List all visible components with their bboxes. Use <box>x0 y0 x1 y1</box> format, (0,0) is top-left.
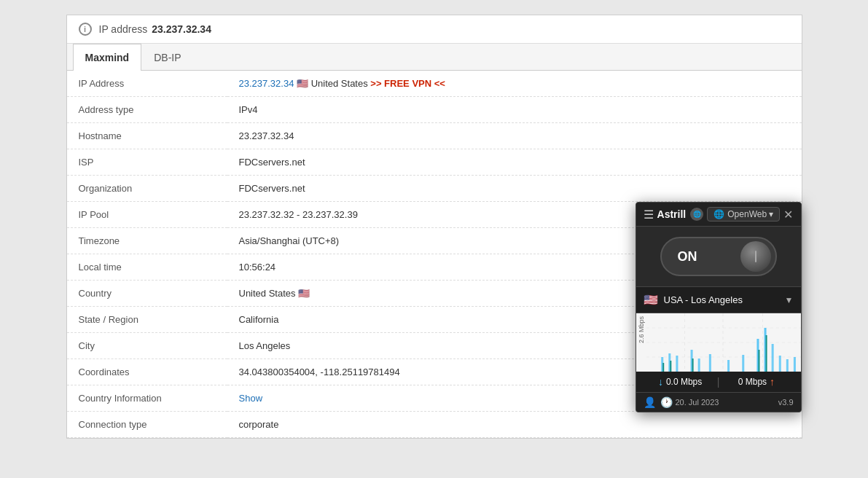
table-row: Address type IPv4 <box>67 97 802 123</box>
row-key: Country <box>67 281 227 307</box>
astrill-title: Astrill <box>657 208 687 220</box>
row-key: Hostname <box>67 123 227 149</box>
row-value: FDCservers.net <box>227 149 802 176</box>
svg-rect-12 <box>727 360 730 372</box>
header-ip: 23.237.32.34 <box>152 23 211 35</box>
row-value: corporate <box>227 412 802 438</box>
row-key: Local time <box>67 254 227 281</box>
openweb-label: OpenWeb ▾ <box>727 209 773 219</box>
footer-date: 20. Jul 2023 <box>676 398 778 407</box>
upload-speed: 0 Mbps ↑ <box>719 376 793 388</box>
table-row: Organization FDCservers.net <box>67 176 802 202</box>
close-icon[interactable]: ✕ <box>783 208 793 222</box>
table-row: Connection type corporate <box>67 412 802 438</box>
row-key: Country Information <box>67 385 227 412</box>
row-key: Coordinates <box>67 359 227 385</box>
download-speed: ↓ 0.0 Mbps <box>644 376 717 388</box>
speeds-bar: ↓ 0.0 Mbps | 0 Mbps ↑ <box>636 372 801 392</box>
tabs-bar: Maxmind DB-IP <box>67 44 802 71</box>
badge-icon: 🌐 <box>693 211 701 218</box>
row-value: FDCservers.net <box>227 176 802 202</box>
svg-rect-23 <box>758 350 759 372</box>
row-value: 23.237.32.34 <box>227 123 802 149</box>
clock-icon: 🕐 <box>660 396 673 408</box>
row-key: Address type <box>67 97 227 123</box>
astrill-footer: 👤 🕐 20. Jul 2023 v3.9 <box>636 392 801 412</box>
show-country-info-link[interactable]: Show <box>239 393 263 404</box>
svg-rect-22 <box>692 358 693 372</box>
row-key: State / Region <box>67 307 227 333</box>
toggle-on-label: ON <box>678 249 697 265</box>
toggle-knob <box>740 241 771 272</box>
download-value: 0.0 Mbps <box>666 377 702 387</box>
astrill-logo: Astrill 🌐 <box>657 208 704 221</box>
toggle-area: ON <box>636 227 801 286</box>
svg-rect-17 <box>778 356 781 372</box>
openweb-selector[interactable]: 🌐 OpenWeb ▾ <box>707 207 780 222</box>
footer-version: v3.9 <box>778 398 794 407</box>
row-key: IP Pool <box>67 202 227 228</box>
ip-address-link[interactable]: 23.237.32.34 <box>239 78 294 89</box>
info-icon: i <box>79 23 92 36</box>
row-key: IP Address <box>67 71 227 97</box>
header-label: IP address <box>99 23 148 35</box>
svg-rect-24 <box>765 335 767 372</box>
svg-rect-20 <box>662 363 664 372</box>
row-key: City <box>67 333 227 359</box>
svg-rect-11 <box>708 354 711 372</box>
vpn-toggle[interactable]: ON <box>660 237 777 276</box>
row-value: IPv4 <box>227 97 802 123</box>
svg-rect-10 <box>697 358 700 372</box>
server-selector[interactable]: 🇺🇸 USA - Los Angeles ▼ <box>636 286 801 313</box>
menu-icon[interactable]: ☰ <box>644 208 654 222</box>
country-text: United States <box>311 78 368 89</box>
graph-label: 2.6 Mbps <box>638 316 645 343</box>
server-flag: 🇺🇸 <box>644 293 658 307</box>
svg-rect-18 <box>786 359 788 372</box>
svg-rect-19 <box>793 357 795 372</box>
astrill-popup: ☰ Astrill 🌐 🌐 OpenWeb ▾ ✕ ON <box>636 202 802 412</box>
user-icon: 👤 <box>644 396 656 408</box>
country-value: United States <box>239 288 296 299</box>
us-flag: 🇺🇸 <box>297 78 311 89</box>
main-container: i IP address 23.237.32.34 Maxmind DB-IP … <box>66 15 802 439</box>
upload-value: 0 Mbps <box>738 377 767 387</box>
header-bar: i IP address 23.237.32.34 <box>67 15 802 44</box>
table-row: IP Address 23.237.32.34 🇺🇸 United States… <box>67 71 802 97</box>
globe-icon: 🌐 <box>713 209 724 219</box>
tab-maxmind[interactable]: Maxmind <box>73 44 142 71</box>
astrill-titlebar: ☰ Astrill 🌐 🌐 OpenWeb ▾ ✕ <box>636 203 801 227</box>
toggle-knob-line <box>755 251 756 262</box>
svg-rect-21 <box>670 361 671 372</box>
svg-rect-13 <box>742 355 744 372</box>
astrill-badge: 🌐 <box>690 208 703 221</box>
upload-arrow-icon: ↑ <box>770 376 775 388</box>
server-name: USA - Los Angeles <box>664 294 785 305</box>
row-key: ISP <box>67 149 227 176</box>
content-area: IP Address 23.237.32.34 🇺🇸 United States… <box>67 71 802 438</box>
row-key: Connection type <box>67 412 227 438</box>
table-row: Hostname 23.237.32.34 <box>67 123 802 149</box>
svg-rect-8 <box>676 356 678 372</box>
tab-dbip[interactable]: DB-IP <box>141 44 193 71</box>
row-key: Organization <box>67 176 227 202</box>
row-key: Timezone <box>67 228 227 254</box>
free-vpn-text[interactable]: >> FREE VPN << <box>370 78 445 89</box>
chevron-down-icon: ▼ <box>785 295 794 305</box>
download-arrow-icon: ↓ <box>658 376 663 388</box>
row-value-ip: 23.237.32.34 🇺🇸 United States >> FREE VP… <box>227 71 802 97</box>
country-flag: 🇺🇸 <box>298 288 310 299</box>
bandwidth-graph: 2.6 Mbps <box>636 313 801 372</box>
table-row: ISP FDCservers.net <box>67 149 802 176</box>
graph-svg <box>646 313 801 372</box>
svg-rect-16 <box>771 344 773 372</box>
